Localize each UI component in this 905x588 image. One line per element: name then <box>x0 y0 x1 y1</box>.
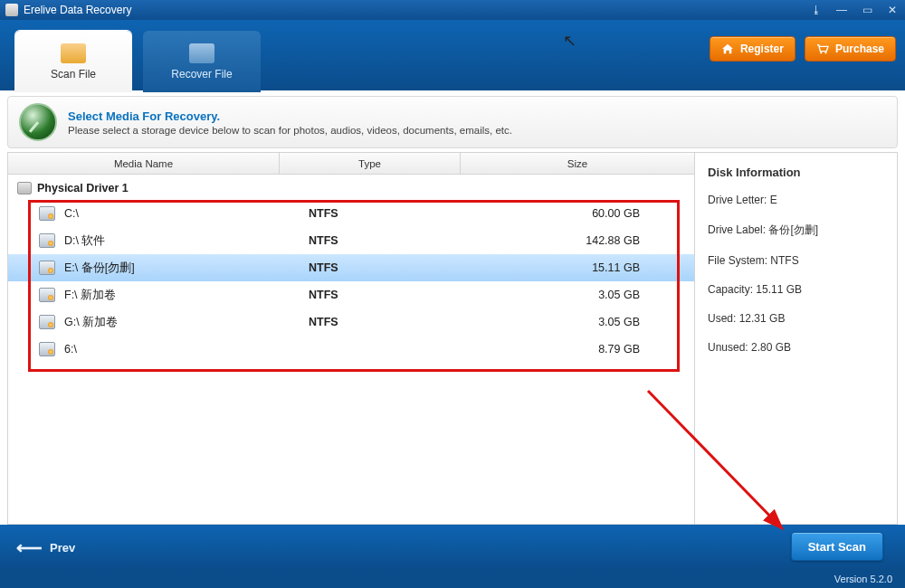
purchase-button[interactable]: Purchase <box>805 36 896 62</box>
purchase-label: Purchase <box>835 43 884 55</box>
volume-icon <box>39 315 55 329</box>
download-button[interactable]: ⭳ <box>804 0 829 20</box>
maximize-button[interactable]: ▭ <box>854 0 880 20</box>
drive-type: NTFS <box>309 207 490 220</box>
titlebar: Erelive Data Recovery ⭳ — ▭ ✕ <box>0 0 905 20</box>
prev-button[interactable]: ⟵ Prev <box>16 541 75 555</box>
footer: ⟵ Prev Start Scan <box>0 525 905 570</box>
cart-icon <box>816 43 829 54</box>
header: Scan File Recover File Register Purchase <box>0 20 905 90</box>
drive-type: NTFS <box>309 289 490 301</box>
svg-point-1 <box>824 52 826 53</box>
col-media-name[interactable]: Media Name <box>8 153 280 174</box>
prev-label: Prev <box>50 541 75 555</box>
register-label: Register <box>740 43 784 55</box>
col-type[interactable]: Type <box>280 153 461 174</box>
disk-info-title: Disk Information <box>708 166 884 179</box>
radar-icon <box>19 103 57 141</box>
disk-info-drive-letter: Drive Letter: E <box>708 194 884 206</box>
drive-type: NTFS <box>309 234 490 247</box>
drive-row[interactable]: G:\ 新加卷NTFS3.05 GB <box>8 308 694 336</box>
tab-recover-file[interactable]: Recover File <box>143 31 261 92</box>
drive-type: NTFS <box>309 316 490 328</box>
volume-icon <box>39 342 55 356</box>
start-scan-button[interactable]: Start Scan <box>791 532 883 561</box>
minimize-button[interactable]: — <box>829 0 854 20</box>
info-bar: Select Media For Recovery. Please select… <box>7 96 898 148</box>
app-title: Erelive Data Recovery <box>24 4 131 16</box>
start-scan-label: Start Scan <box>808 540 866 554</box>
drive-size: 3.05 GB <box>490 289 694 301</box>
register-button[interactable]: Register <box>710 36 795 62</box>
disk-info-capacity: Capacity: 15.11 GB <box>708 283 884 296</box>
disk-info-drive-label: Drive Label: 备份[勿删] <box>708 223 884 238</box>
drive-row[interactable]: 6:\8.79 GB <box>8 336 694 363</box>
drive-size: 15.11 GB <box>490 261 694 274</box>
drive-size: 3.05 GB <box>490 316 694 328</box>
drive-list: Physical Driver 1 C:\NTFS60.00 GBD:\ 软件N… <box>8 175 694 524</box>
disk-info-filesystem: File System: NTFS <box>708 254 884 267</box>
drive-size: 142.88 GB <box>490 234 694 247</box>
tab-scan-label: Scan File <box>51 68 96 81</box>
volume-icon <box>39 233 55 248</box>
disk-info-unused: Unused: 2.80 GB <box>708 341 884 354</box>
physical-drive-icon <box>17 182 32 194</box>
drive-group[interactable]: Physical Driver 1 <box>8 176 694 200</box>
info-heading: Select Media For Recovery. <box>68 109 512 123</box>
disk-info-used: Used: 12.31 GB <box>708 312 884 325</box>
recover-file-icon <box>189 43 214 63</box>
disk-info-panel: Disk Information Drive Letter: E Drive L… <box>694 152 898 525</box>
drive-name: C:\ <box>64 207 309 220</box>
app-icon <box>5 4 18 16</box>
drive-list-panel: Media Name Type Size Physical Driver 1 C… <box>7 152 694 525</box>
col-size[interactable]: Size <box>461 153 694 174</box>
drive-type: NTFS <box>309 261 490 274</box>
drive-row[interactable]: E:\ 备份[勿删]NTFS15.11 GB <box>8 254 694 281</box>
drive-name: E:\ 备份[勿删] <box>64 261 309 276</box>
drive-row[interactable]: C:\NTFS60.00 GB <box>8 200 694 227</box>
drive-name: G:\ 新加卷 <box>64 315 309 330</box>
drive-name: F:\ 新加卷 <box>64 288 309 303</box>
house-icon <box>721 43 734 54</box>
info-subtext: Please select a storage device below to … <box>68 125 512 136</box>
drive-row[interactable]: F:\ 新加卷NTFS3.05 GB <box>8 281 694 308</box>
scan-file-icon <box>61 43 86 63</box>
column-header: Media Name Type Size <box>8 153 694 175</box>
volume-icon <box>39 288 55 302</box>
drive-size: 60.00 GB <box>490 207 694 220</box>
drive-size: 8.79 GB <box>490 343 694 356</box>
drive-name: D:\ 软件 <box>64 233 309 249</box>
tab-recover-label: Recover File <box>171 68 232 81</box>
svg-point-0 <box>820 52 822 53</box>
close-button[interactable]: ✕ <box>880 0 905 20</box>
drive-row[interactable]: D:\ 软件NTFS142.88 GB <box>8 227 694 254</box>
drive-name: 6:\ <box>64 343 309 356</box>
volume-icon <box>39 206 55 221</box>
volume-icon <box>39 261 55 275</box>
tab-scan-file[interactable]: Scan File <box>14 31 132 92</box>
drive-group-label: Physical Driver 1 <box>37 182 129 194</box>
version-text: Version 5.2.0 <box>834 574 892 584</box>
version-bar: Version 5.2.0 <box>0 570 905 588</box>
